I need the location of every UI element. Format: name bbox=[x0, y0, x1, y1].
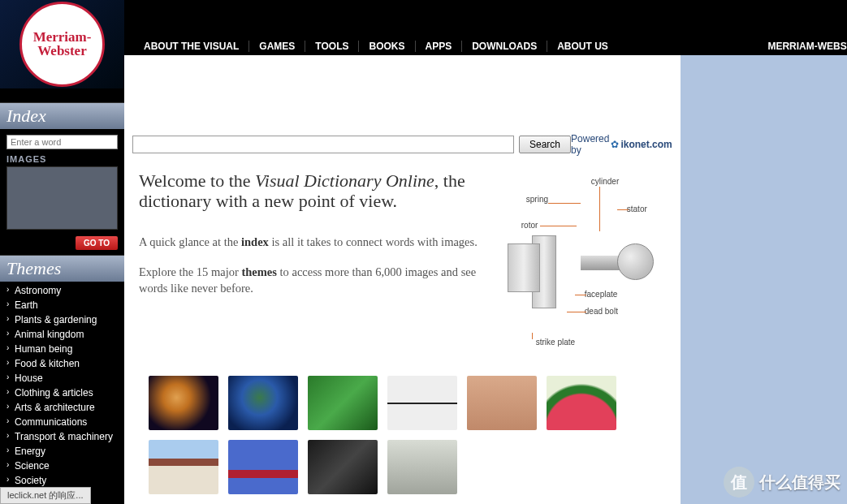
nav-item-tools[interactable]: TOOLS bbox=[305, 41, 359, 52]
nav-mw-online[interactable]: MERRIAM-WEBSTER ONLINE > bbox=[767, 41, 847, 52]
powered-by[interactable]: Powered by ✿ ikonet.com bbox=[571, 133, 672, 156]
theme-item-clothing-articles[interactable]: Clothing & articles bbox=[0, 386, 124, 400]
nav-item-games[interactable]: GAMES bbox=[249, 41, 305, 52]
theme-thumb-earth[interactable] bbox=[228, 376, 298, 430]
theme-thumb-animal[interactable] bbox=[387, 376, 457, 430]
globe-icon: ✿ bbox=[611, 139, 619, 150]
lock-diagram: cylinder spring stator rotor bbox=[503, 170, 666, 353]
theme-item-communications[interactable]: Communications bbox=[0, 415, 124, 429]
theme-item-arts-architecture[interactable]: Arts & architecture bbox=[0, 400, 124, 415]
theme-item-animal-kingdom[interactable]: Animal kingdom bbox=[0, 327, 124, 342]
theme-thumb-astronomy[interactable] bbox=[149, 376, 218, 430]
theme-item-transport-machinery[interactable]: Transport & machinery bbox=[0, 429, 124, 444]
welcome-para-2: Explore the 15 major themes to access mo… bbox=[139, 265, 494, 296]
top-banner bbox=[124, 0, 847, 37]
images-label: IMAGES bbox=[6, 154, 118, 164]
mw-logo: Merriam- Webster bbox=[19, 2, 105, 87]
theme-item-astronomy[interactable]: Astronomy bbox=[0, 283, 124, 298]
theme-item-house[interactable]: House bbox=[0, 371, 124, 386]
status-bar: leclick.net 的响应... bbox=[0, 487, 91, 504]
theme-thumb-house[interactable] bbox=[149, 440, 218, 494]
index-header: Index bbox=[0, 102, 124, 129]
theme-item-science[interactable]: Science bbox=[0, 459, 124, 473]
smzdm-icon: 值 bbox=[724, 467, 754, 498]
search-input[interactable] bbox=[132, 136, 514, 153]
theme-thumb-communications[interactable] bbox=[387, 440, 457, 494]
theme-item-society[interactable]: Society bbox=[0, 473, 124, 488]
theme-item-human-being[interactable]: Human being bbox=[0, 342, 124, 356]
theme-thumb-food[interactable] bbox=[547, 376, 616, 430]
welcome-para-1: A quick glance at the index is all it ta… bbox=[139, 235, 494, 251]
theme-item-earth[interactable]: Earth bbox=[0, 298, 124, 312]
nav-item-downloads[interactable]: DOWNLOADS bbox=[462, 41, 547, 52]
right-ad-panel bbox=[681, 55, 847, 504]
themes-header: Themes bbox=[0, 255, 124, 282]
watermark: 值 什么值得买 bbox=[724, 467, 841, 498]
theme-item-food-kitchen[interactable]: Food & kitchen bbox=[0, 356, 124, 371]
theme-thumb-arts[interactable] bbox=[308, 440, 378, 494]
nav-item-about-us[interactable]: ABOUT US bbox=[547, 41, 618, 52]
nav-item-apps[interactable]: APPS bbox=[416, 41, 463, 52]
search-button[interactable]: Search bbox=[519, 136, 571, 153]
theme-thumb-plants[interactable] bbox=[308, 376, 378, 430]
nav-item-about-the-visual[interactable]: ABOUT THE VISUAL bbox=[134, 41, 249, 52]
logo-area[interactable]: Merriam- Webster bbox=[0, 0, 124, 88]
nav-item-books[interactable]: BOOKS bbox=[359, 41, 415, 52]
welcome-heading: Welcome to the Visual Dictionary Online,… bbox=[139, 170, 494, 212]
theme-thumb-human[interactable] bbox=[467, 376, 537, 430]
goto-button[interactable]: GO TO bbox=[76, 236, 118, 250]
enter-word-input[interactable] bbox=[6, 135, 118, 149]
theme-item-energy[interactable]: Energy bbox=[0, 444, 124, 459]
images-preview-box bbox=[6, 166, 118, 230]
theme-thumb-clothing[interactable] bbox=[228, 440, 298, 494]
theme-item-plants-gardening[interactable]: Plants & gardening bbox=[0, 312, 124, 327]
